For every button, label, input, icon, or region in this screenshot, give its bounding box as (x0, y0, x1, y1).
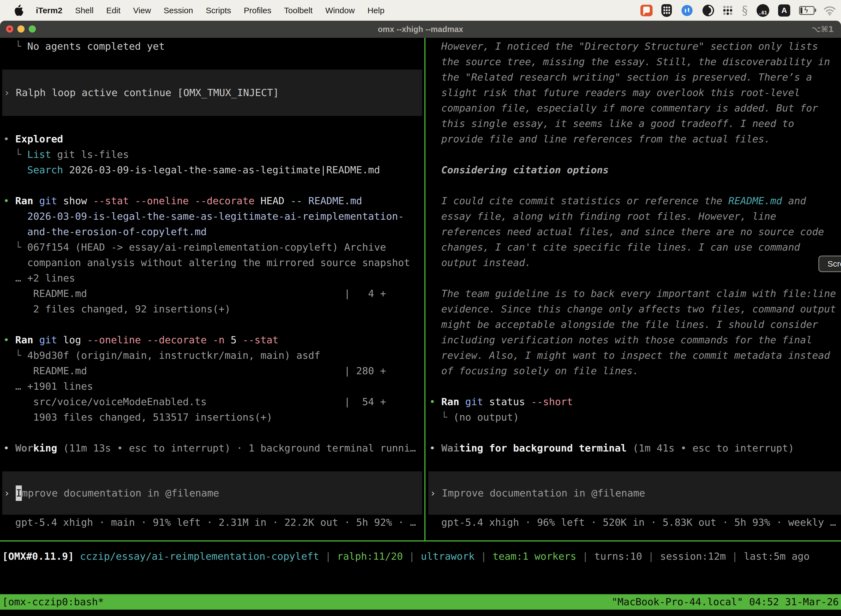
text-segment: -- (290, 195, 302, 207)
text-segment: companion file, especially if more comme… (429, 103, 818, 114)
blank-line (429, 425, 841, 440)
menu-window[interactable]: Window (325, 6, 355, 15)
badge-61-icon[interactable]: ..61 (757, 4, 769, 17)
text-segment: Ralph loop active continue [OMX_TMUX_INJ… (16, 85, 279, 100)
text-segment: and (782, 195, 806, 207)
text-segment: review. Also, I might want to inspect th… (429, 350, 830, 361)
prompt-input-right[interactable]: › Improve documentation in @filename (428, 471, 841, 515)
text-segment: last:5m ago (744, 551, 810, 562)
a-badge-icon[interactable]: A (778, 4, 790, 16)
menu-session[interactable]: Session (164, 6, 193, 15)
terminal-line: essay file, along with finding root file… (429, 209, 841, 224)
messages-icon[interactable] (640, 5, 652, 16)
text-segment: Wai (441, 442, 459, 454)
menu-shell[interactable]: Shell (75, 6, 94, 15)
terminal-line: src/voice/voiceModeEnabled.ts | 54 + (3, 394, 424, 409)
text-segment: … +2 lines (3, 273, 75, 284)
text-segment: (11m 13s • esc to interrupt) · 1 backgro… (57, 442, 416, 454)
terminal-line: README.md | 280 + (3, 363, 424, 378)
wifi-icon[interactable] (823, 6, 836, 15)
text-segment: • (429, 396, 441, 407)
text-segment (3, 226, 27, 238)
text-segment: cczip/essay/ai-reimplementation-copyleft (80, 551, 319, 562)
menu-view[interactable]: View (133, 6, 151, 15)
tmux-session-window[interactable]: [omx-cczip0:bash* (2, 594, 104, 610)
terminal-line: README.md | 4 + (3, 286, 424, 301)
text-segment: 2026-03-09-is-legal-the-same-as-legitima… (63, 164, 380, 176)
menu-toolbelt[interactable]: Toolbelt (284, 6, 313, 15)
text-segment: 067f154 (HEAD -> essay/ai-reimplementati… (27, 242, 386, 253)
text-segment: turns:10 (594, 551, 642, 562)
text-segment: --stat --oneline --decorate (93, 195, 254, 207)
left-pane[interactable]: └ No agents completed yet› Ralph loop ac… (0, 38, 424, 540)
screen: iTerm2ShellEditViewSessionScriptsProfile… (0, 0, 841, 616)
ran-git-show: • Ran git show --stat --oneline --decora… (3, 193, 424, 209)
session-stats-right: gpt-5.4 xhigh · 96% left · 520K in · 5.8… (429, 515, 841, 530)
text-segment: └ (3, 41, 27, 52)
terminal-line: └ (no output) (429, 409, 841, 425)
blue-badge-icon[interactable] (681, 4, 693, 17)
apple-logo-icon[interactable] (14, 5, 24, 16)
text-segment: ting for background terminal (459, 442, 627, 454)
right-pane[interactable]: However, I noticed the "Directory Struct… (426, 38, 841, 540)
text-segment: README.md | 280 + (3, 365, 386, 377)
text-segment: | (475, 551, 492, 562)
terminal-line: evidence. Since this change only affects… (429, 301, 841, 317)
text-segment: session:12m (660, 551, 726, 562)
blank-line (3, 456, 424, 471)
text-segment: 1903 files changed, 513517 insertions(+) (3, 412, 273, 423)
screen-popup[interactable]: Scre (818, 255, 841, 272)
terminal-line: … +1901 lines (3, 378, 424, 394)
text-segment: this single essay, it seems like a good … (429, 118, 794, 129)
moon-circle-icon[interactable] (702, 4, 714, 16)
text-segment: status (483, 396, 531, 407)
blank-line (3, 178, 424, 193)
text-segment: essay file, along with finding root file… (429, 211, 776, 222)
text-segment: … +1901 lines (3, 381, 93, 392)
text-segment: king (33, 442, 57, 454)
text-segment: 2026-03-09-is-legal-the-same-as-legitima… (27, 211, 404, 222)
prompt-input-left[interactable]: › Improve documentation in @filename (2, 471, 422, 515)
text-segment: Wor (15, 442, 33, 454)
text-segment: • (429, 442, 441, 454)
ralph-loop-banner: › Ralph loop active continue [OMX_TMUX_I… (2, 70, 422, 116)
menu-profiles[interactable]: Profiles (244, 6, 271, 15)
text-segment: output instead. (429, 257, 531, 268)
terminal-line: └ 067f154 (HEAD -> essay/ai-reimplementa… (3, 239, 424, 255)
text-segment: (1m 41s • esc to interrupt) (627, 442, 794, 454)
menu-help[interactable]: Help (368, 6, 385, 15)
text-segment: • (3, 133, 15, 145)
menu-scripts[interactable]: Scripts (206, 6, 231, 15)
text-segment: --short (531, 396, 573, 407)
text-segment: List (27, 149, 51, 160)
text-segment: 2 files changed, 92 insertions(+) (3, 303, 231, 315)
tmux-status-bar: [omx-cczip0:bash* "MacBook-Pro-44.local"… (0, 594, 841, 610)
text-segment: • (3, 195, 15, 207)
terminal: └ No agents completed yet› Ralph loop ac… (0, 38, 841, 540)
bolt-icon: ϟ (804, 6, 809, 14)
text-segment: git (39, 334, 57, 346)
terminal-line: provide file and line references from th… (429, 131, 841, 147)
text-segment: › (4, 85, 16, 100)
pane-divider[interactable] (424, 38, 425, 540)
text-segment: references need actual files, and since … (429, 226, 824, 238)
text-segment: README.md | 4 + (3, 288, 386, 299)
shield-grid-icon[interactable] (661, 4, 672, 17)
text-segment (3, 164, 27, 176)
battery-icon[interactable]: ϟ (799, 6, 815, 15)
terminal-line: slight risk that future readers may over… (429, 85, 841, 100)
text-segment: team:1 workers (492, 551, 576, 562)
text-segment: No agents completed yet (27, 41, 165, 52)
text-segment: └ (3, 242, 27, 253)
text-segment: and-the-erosion-of-copyleft.md (27, 226, 207, 238)
text-segment: [OMX#0.11.9] (2, 551, 80, 562)
squiggle-icon[interactable]: § (742, 5, 748, 16)
text-segment: gpt-5.4 xhigh · main · 91% left · 2.31M … (3, 517, 416, 528)
dots-grid-icon[interactable] (723, 6, 733, 15)
menu-iterm2[interactable]: iTerm2 (36, 6, 62, 15)
text-segment: --oneline --decorate -n (87, 334, 224, 346)
text-segment: HEAD (254, 195, 290, 207)
text-segment: gpt-5.4 xhigh · 96% left · 520K in · 5.8… (429, 517, 836, 528)
tmux-host-clock: "MacBook-Pro-44.local" 04:52 31-Mar-26 (611, 594, 839, 610)
menu-edit[interactable]: Edit (106, 6, 120, 15)
